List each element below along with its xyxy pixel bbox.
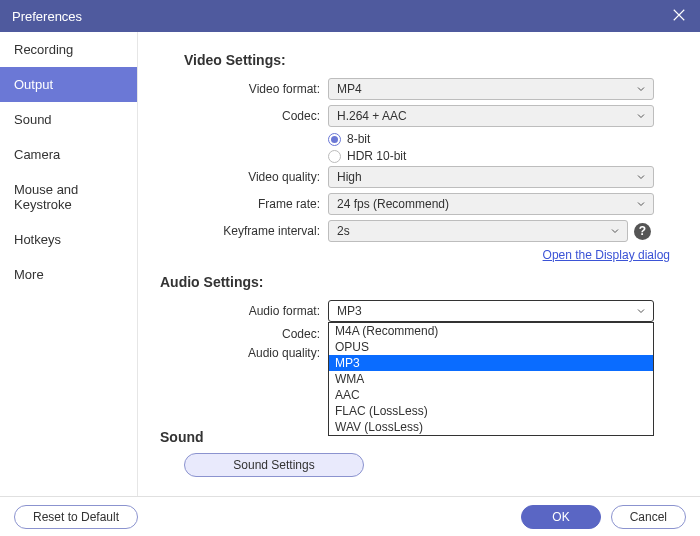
footer: Reset to Default OK Cancel <box>0 496 700 536</box>
sidebar: Recording Output Sound Camera Mouse and … <box>0 32 138 496</box>
audio-format-select[interactable]: MP3 <box>328 300 654 322</box>
radio-8bit[interactable]: 8-bit <box>328 132 678 146</box>
sound-settings-button[interactable]: Sound Settings <box>184 453 364 477</box>
titlebar: Preferences <box>0 0 700 32</box>
radio-icon <box>328 150 341 163</box>
audio-format-label: Audio format: <box>160 304 328 318</box>
sidebar-item-camera[interactable]: Camera <box>0 137 137 172</box>
dropdown-option[interactable]: WAV (LossLess) <box>329 419 653 435</box>
video-settings-title: Video Settings: <box>184 52 678 68</box>
video-format-label: Video format: <box>160 82 328 96</box>
sidebar-item-more[interactable]: More <box>0 257 137 292</box>
window-title: Preferences <box>12 9 82 24</box>
video-codec-label: Codec: <box>160 109 328 123</box>
keyframe-label: Keyframe interval: <box>160 224 328 238</box>
reset-to-default-button[interactable]: Reset to Default <box>14 505 138 529</box>
dropdown-option[interactable]: MP3 <box>329 355 653 371</box>
cancel-button[interactable]: Cancel <box>611 505 686 529</box>
sidebar-item-recording[interactable]: Recording <box>0 32 137 67</box>
audio-settings-title: Audio Settings: <box>160 274 678 290</box>
dropdown-option[interactable]: M4A (Recommend) <box>329 323 653 339</box>
chevron-down-icon <box>635 110 647 125</box>
video-quality-label: Video quality: <box>160 170 328 184</box>
dropdown-option[interactable]: WMA <box>329 371 653 387</box>
sidebar-item-mouse-keystroke[interactable]: Mouse and Keystroke <box>0 172 137 222</box>
audio-quality-label: Audio quality: <box>160 346 328 360</box>
radio-hdr[interactable]: HDR 10-bit <box>328 149 678 163</box>
chevron-down-icon <box>635 198 647 213</box>
frame-rate-label: Frame rate: <box>160 197 328 211</box>
chevron-down-icon <box>635 83 647 98</box>
content-panel: Video Settings: Video format: MP4 Codec:… <box>138 32 700 496</box>
sidebar-item-hotkeys[interactable]: Hotkeys <box>0 222 137 257</box>
radio-hdr-label: HDR 10-bit <box>347 149 406 163</box>
close-icon[interactable] <box>670 6 688 27</box>
help-icon[interactable]: ? <box>634 223 651 240</box>
video-quality-select[interactable]: High <box>328 166 654 188</box>
radio-icon <box>328 133 341 146</box>
sidebar-item-output[interactable]: Output <box>0 67 137 102</box>
keyframe-select[interactable]: 2s <box>328 220 628 242</box>
chevron-down-icon <box>609 225 621 240</box>
dropdown-option[interactable]: OPUS <box>329 339 653 355</box>
chevron-down-icon <box>635 171 647 186</box>
open-display-dialog-link[interactable]: Open the Display dialog <box>543 248 670 262</box>
radio-8bit-label: 8-bit <box>347 132 370 146</box>
video-codec-select[interactable]: H.264 + AAC <box>328 105 654 127</box>
chevron-down-icon <box>635 305 647 320</box>
audio-codec-label: Codec: <box>160 327 328 341</box>
video-format-select[interactable]: MP4 <box>328 78 654 100</box>
dropdown-option[interactable]: AAC <box>329 387 653 403</box>
dropdown-option[interactable]: FLAC (LossLess) <box>329 403 653 419</box>
frame-rate-select[interactable]: 24 fps (Recommend) <box>328 193 654 215</box>
ok-button[interactable]: OK <box>521 505 600 529</box>
audio-format-dropdown: M4A (Recommend) OPUS MP3 WMA AAC FLAC (L… <box>328 322 654 436</box>
sidebar-item-sound[interactable]: Sound <box>0 102 137 137</box>
